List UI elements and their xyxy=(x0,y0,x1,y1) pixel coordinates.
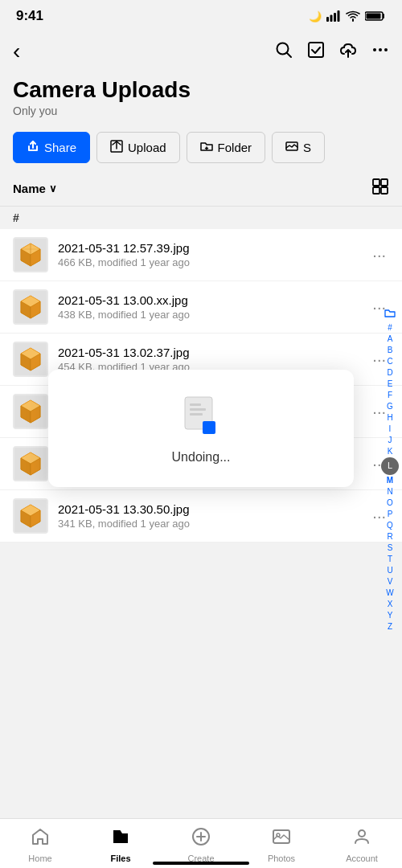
signal-icon xyxy=(326,10,341,22)
nav-account[interactable]: Account xyxy=(338,827,386,863)
sort-chevron-icon: ∨ xyxy=(49,182,57,194)
share-button[interactable]: Share xyxy=(13,132,90,163)
alpha-c[interactable]: C xyxy=(384,356,396,367)
file-info: 2021-05-31 13.30.50.jpg 341 KB, modified… xyxy=(58,502,359,530)
nav-create[interactable]: Create xyxy=(177,827,225,863)
file-name: 2021-05-31 13.30.50.jpg xyxy=(58,502,359,516)
nav-photos-label: Photos xyxy=(268,854,295,863)
files-icon xyxy=(111,827,130,851)
bottom-nav: Home Files Create Photos xyxy=(0,818,402,868)
create-icon xyxy=(191,827,211,851)
nav-home[interactable]: Home xyxy=(16,827,64,863)
svg-rect-8 xyxy=(309,43,323,57)
alpha-r[interactable]: R xyxy=(384,531,396,542)
header: ‹ xyxy=(0,29,402,74)
alpha-z[interactable]: Z xyxy=(384,621,396,633)
alpha-q[interactable]: Q xyxy=(384,520,396,531)
more-icon[interactable] xyxy=(371,41,389,63)
alpha-s[interactable]: S xyxy=(384,542,396,554)
photos-icon xyxy=(272,827,291,851)
alpha-h[interactable]: H xyxy=(384,412,396,424)
search-icon[interactable] xyxy=(275,41,293,63)
svg-rect-0 xyxy=(326,17,329,22)
home-indicator xyxy=(153,862,249,865)
cloud-upload-icon[interactable] xyxy=(339,41,357,63)
status-bar: 9:41 🌙 xyxy=(0,0,402,29)
file-thumbnail xyxy=(13,498,48,534)
alpha-u[interactable]: U xyxy=(384,565,396,576)
status-time: 9:41 xyxy=(16,8,43,24)
file-name: 2021-05-31 13.00.xx.jpg xyxy=(58,293,359,307)
sort-button[interactable]: Name ∨ xyxy=(13,182,57,195)
alpha-l[interactable]: L xyxy=(381,457,399,475)
status-icons: 🌙 xyxy=(309,10,386,23)
svg-line-7 xyxy=(287,52,292,57)
alpha-b[interactable]: B xyxy=(384,345,396,356)
moon-icon: 🌙 xyxy=(309,10,322,23)
svg-point-11 xyxy=(379,48,382,51)
upload-label: Upload xyxy=(128,141,166,154)
alpha-j[interactable]: J xyxy=(384,435,396,446)
battery-icon xyxy=(365,10,386,22)
svg-rect-3 xyxy=(338,10,340,22)
title-section: Camera Uploads Only you xyxy=(0,74,402,125)
alpha-k[interactable]: K xyxy=(384,446,396,457)
alpha-n[interactable]: N xyxy=(384,486,396,497)
alpha-g[interactable]: G xyxy=(384,401,396,412)
file-more-button[interactable]: ··· xyxy=(369,243,389,268)
file-thumbnail xyxy=(13,289,48,325)
nav-files-label: Files xyxy=(110,854,130,863)
home-icon xyxy=(31,827,50,851)
section-header-hash: # xyxy=(0,207,402,229)
undoing-text: Undoing... xyxy=(172,450,231,465)
file-thumbnail xyxy=(13,342,48,377)
grid-view-icon[interactable] xyxy=(371,178,389,199)
page-title: Camera Uploads xyxy=(13,77,389,103)
alpha-o[interactable]: O xyxy=(384,497,396,509)
screenshot-button[interactable]: S xyxy=(272,132,325,163)
alpha-e[interactable]: E xyxy=(384,379,396,390)
list-item: 2021-05-31 13.00.xx.jpg 438 KB, modified… xyxy=(0,281,402,334)
share-label: Share xyxy=(44,141,76,154)
alpha-x[interactable]: X xyxy=(384,599,396,610)
nav-home-label: Home xyxy=(28,854,51,863)
undoing-progress-icon xyxy=(178,394,224,439)
alpha-w[interactable]: W xyxy=(384,588,396,599)
svg-rect-57 xyxy=(190,413,203,416)
alpha-v[interactable]: V xyxy=(384,576,396,588)
folder-button[interactable]: Folder xyxy=(187,132,266,163)
file-info: 2021-05-31 12.57.39.jpg 466 KB, modified… xyxy=(58,241,359,268)
alpha-d[interactable]: D xyxy=(384,367,396,379)
screenshot-label: S xyxy=(303,141,311,154)
list-item: 2021-05-31 13.30.50.jpg 341 KB, modified… xyxy=(0,490,402,542)
back-button[interactable]: ‹ xyxy=(13,35,27,68)
account-icon xyxy=(352,827,371,851)
folder-alpha-icon[interactable] xyxy=(384,309,396,321)
check-square-icon[interactable] xyxy=(307,41,325,63)
alpha-m[interactable]: M xyxy=(384,475,396,486)
wifi-icon xyxy=(346,10,360,22)
svg-rect-2 xyxy=(334,13,336,22)
alpha-i[interactable]: I xyxy=(384,424,396,435)
alpha-f[interactable]: F xyxy=(384,390,396,401)
file-info: 2021-05-31 13.02.37.jpg 454 KB, modified… xyxy=(58,346,359,373)
file-meta: 466 KB, modified 1 year ago xyxy=(58,256,359,268)
alpha-a[interactable]: A xyxy=(384,334,396,345)
file-meta: 438 KB, modified 1 year ago xyxy=(58,309,359,321)
file-meta: 341 KB, modified 1 year ago xyxy=(58,518,359,530)
action-bar: Share Upload Folder S xyxy=(0,125,402,171)
upload-button[interactable]: Upload xyxy=(96,132,180,163)
alpha-hash[interactable]: # xyxy=(384,322,396,334)
file-thumbnail xyxy=(13,394,48,429)
alpha-p[interactable]: P xyxy=(384,509,396,520)
nav-photos[interactable]: Photos xyxy=(257,827,306,863)
file-thumbnail xyxy=(13,237,48,272)
file-thumbnail xyxy=(13,446,48,481)
nav-files[interactable]: Files xyxy=(96,827,145,863)
header-right xyxy=(275,41,389,63)
sort-row: Name ∨ xyxy=(0,171,402,207)
alpha-index: # A B C D E F G H I J K L M N O P Q R S … xyxy=(378,305,402,636)
upload-icon xyxy=(110,140,123,155)
alpha-t[interactable]: T xyxy=(384,554,396,565)
alpha-y[interactable]: Y xyxy=(384,610,396,621)
